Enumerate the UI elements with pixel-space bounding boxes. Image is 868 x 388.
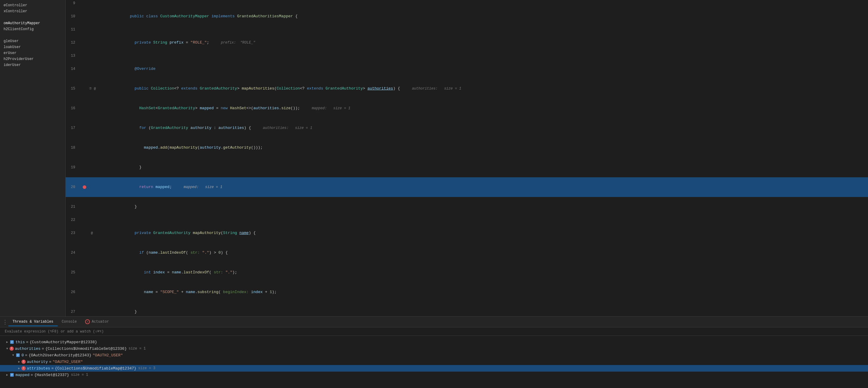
var-eq-this: = [26, 340, 28, 345]
var-row-attributes[interactable]: ▶ ! attributes = {Collections$Unmodifiab… [0, 365, 868, 371]
bottom-panel: ⋮ Threads & Variables Console ↺ Actuator… [0, 316, 868, 388]
tab-actuator[interactable]: ↺ Actuator [81, 318, 113, 326]
threads-variables-label: Threads & Variables [12, 320, 54, 324]
svg-text:f: f [11, 341, 13, 344]
code-line-15: 15 ⑦ @ public Collection<? extends Grant… [66, 79, 868, 98]
arrow-this: ▶ [5, 340, 9, 344]
code-line-23: 23 @ private GrantedAuthority mapAuthori… [66, 223, 868, 243]
line-number-12: 12 [66, 39, 80, 46]
console-label: Console [62, 320, 77, 324]
code-line-21: 21 } [66, 197, 868, 217]
panel-tabs: ⋮ Threads & Variables Console ↺ Actuator [0, 317, 868, 327]
var-meta-authorities: size = 1 [129, 347, 146, 351]
var-eq-mapped: = [31, 373, 33, 377]
err-icon-attributes: ! [22, 366, 26, 370]
var-row-authorities[interactable]: ▼ ! authorities = {Collections$Unmodifia… [0, 345, 868, 352]
code-line-12: 12 private String prefix = "ROLE_"; pref… [66, 33, 868, 53]
code-line-11: 11 [66, 26, 868, 33]
var-name-0: 0 [22, 353, 24, 358]
code-text-27: } [96, 302, 868, 316]
var-name-authorities: authorities [15, 347, 40, 351]
variables-panel: ▶ f this = {CustomAuthorityMapper@12338}… [0, 336, 868, 388]
code-line-19: 19 } [66, 158, 868, 177]
var-row-authority[interactable]: ▶ ! authority = "OAUTH2_USER" [0, 358, 868, 365]
sidebar-item-gleuser[interactable]: gleUser [0, 38, 65, 44]
code-text-10: public class CustomAuthorityMapper imple… [96, 6, 868, 26]
sidebar-item-separator2 [0, 32, 65, 38]
var-meta-attributes: size = 3 [138, 366, 156, 370]
code-text-18: mapped.add(mapAuthority(authority.getAut… [96, 138, 868, 158]
line-icons-15: ⑦ @ [89, 85, 96, 92]
line-number-18: 18 [66, 144, 80, 151]
svg-text:f: f [11, 374, 13, 376]
sidebar-item-econtroller[interactable]: eController [0, 2, 65, 8]
var-row-this[interactable]: ▶ f this = {CustomAuthorityMapper@12338} [0, 339, 868, 345]
sidebar-item-h2provideruser[interactable]: h2ProviderUser [0, 56, 65, 62]
code-line-24: 24 if (name.lastIndexOf( str: ".") > 0) … [66, 243, 868, 263]
line-number-19: 19 [66, 164, 80, 171]
editor-area: eController xController omAuthorityMappe… [0, 0, 868, 316]
line-number-22: 22 [66, 217, 80, 223]
line-number-23: 23 [66, 230, 80, 236]
field-icon-mapped: f [9, 373, 14, 377]
code-line-26: 26 name = "SCOPE_" + name.substring( beg… [66, 282, 868, 302]
code-line-14: 14 @Override [66, 59, 868, 79]
code-line-17: 17 for (GrantedAuthority authority : aut… [66, 118, 868, 138]
gutter-20 [80, 185, 89, 189]
line-number-15: 15 [66, 85, 80, 92]
code-line-22: 22 [66, 217, 868, 223]
var-eq-attributes: = [51, 366, 54, 371]
line-number-25: 25 [66, 269, 80, 276]
sidebar-item-authority-mapper[interactable]: omAuthorityMapper [0, 20, 65, 26]
eval-bar-text: Evaluate expression (⌥F8) or add a watch… [5, 329, 103, 334]
err-icon-authorities: ! [9, 347, 14, 351]
code-text-25: int index = name.lastIndexOf( str: "."); [96, 263, 868, 282]
sidebar-item-eruser[interactable]: erUser [0, 50, 65, 56]
var-eq-0: = [25, 353, 27, 358]
sidebar-item-ideruser[interactable]: iderUser [0, 62, 65, 68]
line-number-27: 27 [66, 309, 80, 315]
code-line-20: 20 return mapped; mapped: size = 1 [66, 177, 868, 197]
code-content[interactable]: 9 10 public class CustomAuthorityMapper … [66, 0, 868, 316]
var-tree: ▶ f this = {CustomAuthorityMapper@12338}… [0, 337, 868, 379]
line-icons-23: @ [89, 230, 96, 236]
var-meta-mapped: size = 1 [71, 373, 88, 377]
sidebar-item-loakuser[interactable]: loakUser [0, 44, 65, 50]
var-row-mapped[interactable]: ▶ f mapped = {HashSet@12337} size = 1 [0, 371, 868, 378]
code-text-19: } [96, 158, 868, 177]
line-number-20: 20 [66, 184, 80, 190]
var-val-attributes: {Collections$UnmodifiableMap@12347} [55, 366, 136, 371]
line-number-17: 17 [66, 125, 80, 131]
actuator-label: Actuator [92, 320, 109, 324]
line-number-10: 10 [66, 13, 80, 20]
svg-text:f: f [17, 354, 19, 357]
line-number-9: 9 [66, 0, 80, 6]
arrow-authority: ▶ [17, 360, 22, 363]
line-number-26: 26 [66, 289, 80, 295]
line-number-21: 21 [66, 203, 80, 210]
code-text-26: name = "SCOPE_" + name.substring( beginI… [96, 282, 868, 302]
arrow-attributes: ▶ [17, 366, 22, 370]
var-row-0[interactable]: ▼ f 0 = {OAuth2UserAuthority@12343} "OAU… [0, 352, 868, 358]
breakpoint-20[interactable] [83, 185, 86, 189]
code-line-10: 10 public class CustomAuthorityMapper im… [66, 6, 868, 26]
arrow-authorities: ▼ [5, 347, 9, 350]
var-val-authority: "OAUTH2_USER" [53, 360, 83, 364]
var-eq-authority: = [49, 360, 51, 364]
arrow-0: ▼ [11, 354, 16, 357]
tab-threads-variables[interactable]: Threads & Variables [8, 318, 58, 326]
code-editor: 9 10 public class CustomAuthorityMapper … [66, 0, 868, 316]
eval-bar[interactable]: Evaluate expression (⌥F8) or add a watch… [0, 327, 868, 336]
sidebar-item-h2client[interactable]: h2ClientConfig [0, 26, 65, 32]
file-sidebar: eController xController omAuthorityMappe… [0, 0, 66, 316]
sidebar-item-xcontroller[interactable]: xController [0, 8, 65, 14]
tab-console[interactable]: Console [58, 318, 81, 326]
code-line-16: 16 HashSet<GrantedAuthority> mapped = ne… [66, 98, 868, 118]
line-number-13: 13 [66, 53, 80, 59]
code-lines: 9 10 public class CustomAuthorityMapper … [66, 0, 868, 316]
code-line-27: 27 } [66, 302, 868, 316]
var-val-mapped: {HashSet@12337} [34, 373, 69, 377]
panel-menu-dots[interactable]: ⋮ [2, 319, 8, 325]
arrow-mapped: ▶ [5, 373, 9, 377]
var-name-mapped: mapped [16, 373, 30, 377]
